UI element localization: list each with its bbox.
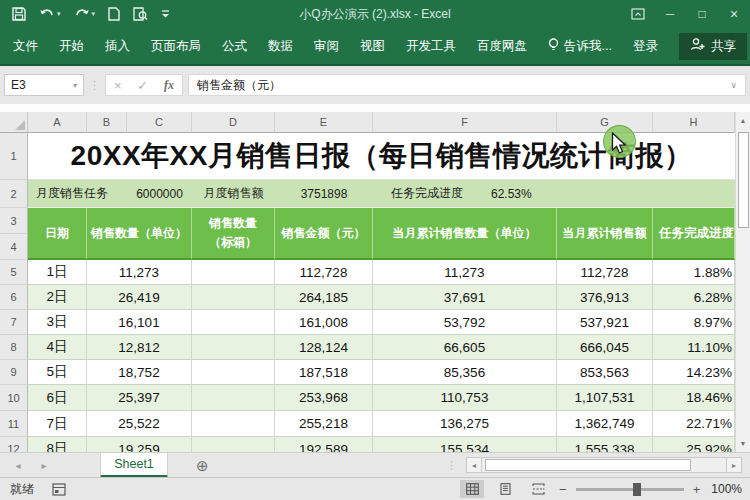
- row-header-10[interactable]: 10: [0, 385, 28, 411]
- vertical-scrollbar-thumb[interactable]: [738, 132, 749, 228]
- cell-progress[interactable]: 8.97%: [653, 310, 735, 335]
- name-box[interactable]: E3 ▾: [4, 74, 84, 96]
- cell-cum-amount[interactable]: 1,107,531: [557, 385, 653, 411]
- cell-amount[interactable]: 187,518: [275, 360, 373, 385]
- macro-record-icon[interactable]: [52, 483, 66, 496]
- row-header-12[interactable]: 12: [0, 437, 28, 452]
- cell-qty-box[interactable]: [192, 385, 275, 411]
- column-header-g[interactable]: G: [557, 112, 653, 133]
- confirm-entry-icon[interactable]: ✓: [137, 78, 148, 93]
- column-header-a[interactable]: A: [28, 112, 87, 133]
- header-progress[interactable]: 任务完成进度: [653, 208, 735, 260]
- tab-formulas[interactable]: 公式: [222, 38, 247, 55]
- tab-developer[interactable]: 开发工具: [406, 38, 456, 55]
- tab-home[interactable]: 开始: [59, 38, 84, 55]
- cell-qty[interactable]: 12,812: [87, 335, 192, 360]
- cell-amount[interactable]: 264,185: [275, 285, 373, 310]
- column-header-c[interactable]: C: [127, 112, 192, 133]
- header-sales-qty[interactable]: 销售数量（单位）: [87, 208, 192, 260]
- column-header-e[interactable]: E: [275, 112, 373, 133]
- cell-qty-box[interactable]: [192, 285, 275, 310]
- cell-progress[interactable]: 18.46%: [653, 385, 735, 411]
- cell-cum-qty[interactable]: 155,534: [373, 437, 557, 452]
- header-date[interactable]: 日期: [28, 208, 87, 260]
- cell-cum-qty[interactable]: 85,356: [373, 360, 557, 385]
- name-box-dropdown-icon[interactable]: ▾: [73, 81, 77, 90]
- cell-cum-amount[interactable]: 853,563: [557, 360, 653, 385]
- page-break-view-icon[interactable]: [526, 480, 550, 498]
- cell-qty-box[interactable]: [192, 310, 275, 335]
- tab-insert[interactable]: 插入: [105, 38, 130, 55]
- cell-cum-qty[interactable]: 53,792: [373, 310, 557, 335]
- cell-qty[interactable]: 19,259: [87, 437, 192, 452]
- cell-amount[interactable]: 192,589: [275, 437, 373, 452]
- cell-amount[interactable]: 255,218: [275, 411, 373, 437]
- row-header-5[interactable]: 5: [0, 260, 28, 285]
- column-header-b[interactable]: B: [87, 112, 127, 133]
- tab-data[interactable]: 数据: [268, 38, 293, 55]
- monthly-task-label-cell[interactable]: 月度销售任务: [28, 180, 127, 208]
- cell-cum-amount[interactable]: 537,921: [557, 310, 653, 335]
- cell-date[interactable]: 5日: [28, 360, 87, 385]
- horizontal-scrollbar-track[interactable]: [482, 457, 726, 473]
- scroll-right-icon[interactable]: ▸: [726, 457, 742, 473]
- cell-cum-amount[interactable]: 376,913: [557, 285, 653, 310]
- column-header-d[interactable]: D: [192, 112, 275, 133]
- zoom-out-icon[interactable]: −: [559, 482, 567, 497]
- header-cumulative-amount[interactable]: 当月累计销售额: [557, 208, 653, 260]
- cell-qty-box[interactable]: [192, 411, 275, 437]
- tab-review[interactable]: 审阅: [314, 38, 339, 55]
- row-header-6[interactable]: 6: [0, 285, 28, 310]
- tab-baidu-netdisk[interactable]: 百度网盘: [477, 38, 527, 55]
- cell-progress[interactable]: 6.28%: [653, 285, 735, 310]
- cell-qty[interactable]: 11,273: [87, 260, 192, 285]
- row-header-3[interactable]: 3: [0, 208, 28, 234]
- redo-icon[interactable]: ▾: [74, 8, 96, 21]
- cell-amount[interactable]: 253,968: [275, 385, 373, 411]
- cell-cum-qty[interactable]: 11,273: [373, 260, 557, 285]
- close-button[interactable]: ×: [718, 0, 750, 28]
- save-icon[interactable]: [12, 7, 26, 21]
- cell-qty[interactable]: 16,101: [87, 310, 192, 335]
- select-all-corner[interactable]: [0, 112, 28, 133]
- cell-cum-qty[interactable]: 136,275: [373, 411, 557, 437]
- header-sales-qty-box[interactable]: 销售数量（标箱）: [192, 208, 275, 260]
- summary-empty-h[interactable]: [653, 180, 735, 208]
- tab-page-layout[interactable]: 页面布局: [151, 38, 201, 55]
- cell-qty-box[interactable]: [192, 437, 275, 452]
- formula-bar-expand-icon[interactable]: ∨: [730, 80, 737, 90]
- maximize-button[interactable]: □: [686, 0, 718, 28]
- formula-input[interactable]: 销售金额（元） ∨: [188, 74, 746, 96]
- cell-qty[interactable]: 25,522: [87, 411, 192, 437]
- scroll-left-icon[interactable]: ◂: [466, 457, 482, 473]
- cell-cum-amount[interactable]: 666,045: [557, 335, 653, 360]
- monthly-sales-label-cell[interactable]: 月度销售额: [192, 180, 275, 208]
- cell-date[interactable]: 1日: [28, 260, 87, 285]
- cell-qty-box[interactable]: [192, 335, 275, 360]
- horizontal-scrollbar-thumb[interactable]: [485, 459, 691, 471]
- cell-qty[interactable]: 26,419: [87, 285, 192, 310]
- row-header-11[interactable]: 11: [0, 411, 28, 437]
- zoom-in-icon[interactable]: +: [693, 482, 701, 497]
- cell-date[interactable]: 2日: [28, 285, 87, 310]
- undo-dropdown-icon[interactable]: ▾: [57, 10, 61, 18]
- row-header-8[interactable]: 8: [0, 335, 28, 360]
- cell-qty-box[interactable]: [192, 260, 275, 285]
- cell-date[interactable]: 3日: [28, 310, 87, 335]
- horizontal-scrollbar[interactable]: ◂ ▸: [466, 457, 742, 473]
- cell-cum-amount[interactable]: 1,362,749: [557, 411, 653, 437]
- cell-date[interactable]: 4日: [28, 335, 87, 360]
- tell-me-box[interactable]: 告诉我...: [548, 38, 612, 55]
- header-cumulative-qty[interactable]: 当月累计销售数量（单位）: [373, 208, 557, 260]
- sign-in-button[interactable]: 登录: [633, 38, 658, 55]
- page-layout-view-icon[interactable]: [493, 480, 517, 498]
- cell-qty-box[interactable]: [192, 360, 275, 385]
- scroll-up-icon[interactable]: ▲: [736, 112, 750, 129]
- cell-amount[interactable]: 161,008: [275, 310, 373, 335]
- undo-icon[interactable]: ▾: [39, 8, 61, 21]
- sheet-tab-sheet1[interactable]: Sheet1: [100, 453, 168, 478]
- cell-date[interactable]: 6日: [28, 385, 87, 411]
- header-sales-amount[interactable]: 销售金额（元）: [275, 208, 373, 260]
- add-sheet-icon[interactable]: ⊕: [196, 453, 209, 478]
- zoom-slider-thumb[interactable]: [633, 483, 641, 496]
